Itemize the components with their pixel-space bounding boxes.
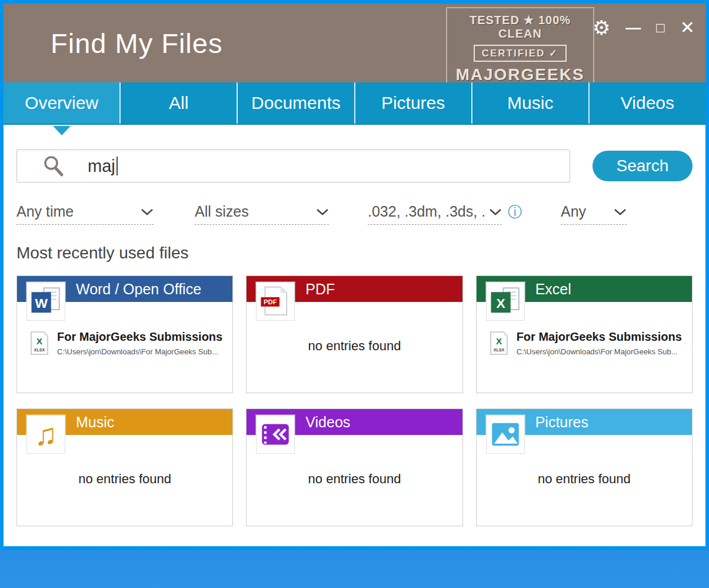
search-icon — [42, 154, 65, 178]
svg-text:W: W — [35, 295, 48, 311]
list-item[interactable]: X XLSX For MajorGeeks Submissions (1)...… — [490, 330, 685, 356]
search-input[interactable]: maj — [16, 150, 570, 182]
card-music: Music ♫ no entries found — [16, 408, 233, 526]
card-word: Word / Open Office W — [16, 275, 233, 393]
card-videos-title: Videos — [305, 414, 350, 431]
svg-text:X: X — [496, 336, 502, 346]
chevron-down-icon — [316, 208, 329, 215]
minimize-icon[interactable]: — — [625, 20, 641, 35]
card-word-title: Word / Open Office — [76, 281, 201, 298]
app-title: Find My Files — [4, 27, 222, 59]
any-filter-dropdown[interactable]: Any — [561, 203, 627, 225]
svg-text:PDF: PDF — [264, 298, 277, 305]
svg-text:XLSX: XLSX — [494, 348, 505, 352]
search-row: maj Search — [16, 150, 693, 182]
maximize-icon[interactable]: □ — [656, 21, 665, 35]
empty-state-text: no entries found — [247, 471, 462, 487]
tab-music[interactable]: Music — [471, 82, 588, 124]
xlsx-file-icon: X XLSX — [30, 331, 49, 355]
svg-text:XLSX: XLSX — [34, 348, 45, 352]
extensions-filter-dropdown[interactable]: .032, .3dm, .3ds, .3 — [368, 203, 502, 225]
entry-path: C:\Users\jon\Downloads\For MajorGeeks Su… — [57, 347, 225, 356]
time-filter-value: Any time — [16, 203, 74, 220]
close-icon[interactable]: ✕ — [680, 19, 695, 36]
card-pictures-title: Pictures — [535, 414, 588, 431]
majorgeeks-watermark: TESTED ★ 100% CLEAN CERTIFIED ✓ MAJORGEE… — [446, 7, 594, 88]
time-filter-dropdown[interactable]: Any time — [16, 203, 154, 225]
window-controls: ⚙ — □ ✕ — [593, 18, 695, 38]
tab-bar: Overview All Documents Pictures Music Vi… — [4, 82, 705, 125]
empty-state-text: no entries found — [17, 471, 232, 487]
film-icon — [256, 415, 295, 454]
empty-state-text: no entries found — [477, 471, 692, 487]
chevron-down-icon — [141, 208, 154, 215]
pdf-icon: PDF — [256, 282, 295, 321]
svg-text:X: X — [36, 336, 42, 346]
app-window: Find My Files TESTED ★ 100% CLEAN CERTIF… — [0, 0, 709, 550]
overview-panel: maj Search Any time All sizes .032, .3dm… — [4, 125, 705, 543]
card-excel: Excel X X — [476, 275, 693, 393]
size-filter-dropdown[interactable]: All sizes — [195, 203, 329, 225]
size-filter-value: All sizes — [195, 203, 249, 220]
search-button[interactable]: Search — [593, 151, 693, 181]
tab-pictures[interactable]: Pictures — [354, 82, 471, 124]
svg-text:X: X — [496, 295, 505, 311]
chevron-down-icon — [614, 208, 627, 215]
chevron-down-icon — [489, 208, 502, 215]
entry-name: For MajorGeeks Submissions (1)... — [517, 330, 685, 344]
card-pdf: PDF PDF no entries found — [246, 275, 462, 393]
entry-path: C:\Users\jon\Downloads\For MajorGeeks Su… — [517, 347, 685, 356]
word-icon: W — [26, 282, 65, 321]
active-tab-pointer — [53, 126, 71, 135]
card-excel-title: Excel — [535, 281, 571, 298]
music-note-icon: ♫ — [26, 415, 65, 454]
tab-videos[interactable]: Videos — [588, 82, 705, 124]
tab-overview[interactable]: Overview — [4, 82, 119, 124]
text-caret — [116, 157, 118, 175]
xlsx-file-icon: X XLSX — [490, 331, 508, 355]
titlebar: Find My Files TESTED ★ 100% CLEAN CERTIF… — [4, 4, 705, 82]
card-music-title: Music — [76, 414, 114, 431]
section-title: Most recently used files — [16, 244, 693, 263]
extensions-filter-value: .032, .3dm, .3ds, .3 — [368, 203, 484, 220]
card-videos: Videos no entries found — [246, 408, 462, 526]
any-filter-value: Any — [561, 203, 586, 220]
tab-all[interactable]: All — [119, 82, 237, 124]
picture-icon — [486, 415, 525, 454]
empty-state-text: no entries found — [247, 338, 462, 354]
watermark-top-text: TESTED ★ 100% CLEAN — [447, 13, 593, 41]
recent-files-grid: Word / Open Office W — [16, 275, 693, 526]
entry-name: For MajorGeeks Submissions (1)... — [57, 330, 225, 344]
watermark-brand-text: MAJORGEEKS — [447, 65, 593, 84]
search-query-text: maj — [88, 157, 115, 176]
list-item[interactable]: X XLSX For MajorGeeks Submissions (1)...… — [30, 330, 225, 356]
card-pictures: Pictures no entries found — [476, 408, 693, 526]
excel-icon: X — [486, 282, 525, 321]
filter-row: Any time All sizes .032, .3dm, .3ds, .3 … — [16, 202, 693, 225]
card-pdf-title: PDF — [305, 281, 335, 298]
settings-gear-icon[interactable]: ⚙ — [593, 18, 610, 38]
watermark-certified-badge: CERTIFIED ✓ — [474, 45, 567, 62]
info-icon[interactable]: ⓘ — [508, 202, 522, 221]
tab-documents[interactable]: Documents — [237, 82, 354, 124]
